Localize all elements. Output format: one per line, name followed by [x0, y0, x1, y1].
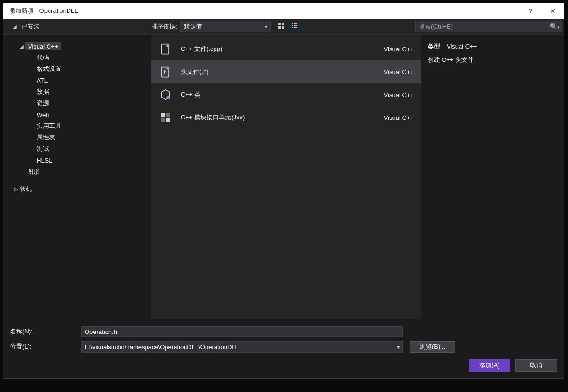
template-list: ++C++ 文件(.cpp)Visual C++h++头文件(.h)Visual…: [151, 35, 421, 319]
view-list-button[interactable]: [289, 21, 300, 32]
svg-text:++: ++: [167, 97, 170, 99]
template-icon: ++: [158, 41, 173, 57]
template-icon: h++: [158, 64, 173, 79]
tree-item[interactable]: 测试: [35, 143, 151, 155]
template-row[interactable]: ++C++ 文件(.cpp)Visual C++: [151, 38, 421, 60]
chevron-down-icon: ◢: [19, 44, 25, 49]
top-controls: ◢ 已安装 排序依据: 默认值 ▾ 🔍▾: [3, 19, 564, 35]
template-name: C++ 文件(.cpp): [181, 45, 384, 53]
close-button[interactable]: ✕: [542, 3, 564, 19]
search-icon: 🔍▾: [550, 23, 560, 30]
template-lang: Visual C++: [384, 114, 414, 121]
tree-label: Web: [37, 111, 49, 118]
svg-text:++: ++: [167, 45, 170, 47]
tree-label: HLSL: [37, 157, 52, 164]
svg-rect-1: [282, 23, 284, 25]
sort-label: 排序依据:: [151, 22, 177, 31]
template-lang: Visual C++: [384, 69, 414, 76]
svg-rect-22: [161, 118, 165, 122]
tree-label: 联机: [20, 185, 32, 193]
chevron-down-icon: ◢: [13, 24, 20, 29]
tree-item[interactable]: HLSL: [35, 155, 151, 166]
tree-label: Visual C++: [25, 42, 61, 50]
browse-button[interactable]: 浏览(B)...: [410, 341, 455, 353]
add-new-item-dialog: 添加新项 - OperationDLL ? ✕ ◢ 已安装 排序依据: 默认值 …: [3, 3, 564, 379]
sort-select[interactable]: 默认值 ▾: [180, 21, 271, 32]
chevron-right-icon: ▷: [13, 186, 20, 192]
main-area: ◢ Visual C++ 代码格式设置ATL数据资源Web实用工具属性表测试HL…: [3, 35, 564, 319]
tree-label: 格式设置: [37, 65, 61, 73]
detail-type-value: Visual C++: [447, 43, 477, 50]
detail-description: 创建 C++ 头文件: [428, 56, 557, 64]
grid-icon: [278, 22, 284, 30]
svg-rect-23: [166, 118, 170, 122]
template-icon: [158, 110, 173, 125]
svg-rect-4: [292, 23, 293, 24]
tree-label: 代码: [37, 53, 49, 62]
template-lang: Visual C++: [384, 46, 414, 53]
svg-text:++: ++: [167, 68, 170, 70]
tree-item-online[interactable]: ▷ 联机: [11, 183, 151, 195]
search-button[interactable]: 🔍▾: [548, 21, 562, 32]
tree-item[interactable]: 数据: [35, 86, 151, 98]
titlebar: 添加新项 - OperationDLL ? ✕: [3, 3, 564, 19]
tree-label: 属性表: [37, 133, 55, 142]
detail-pane: 类型: Visual C++ 创建 C++ 头文件: [421, 35, 564, 319]
location-combo[interactable]: ▾: [81, 341, 403, 353]
template-lang: Visual C++: [384, 91, 414, 98]
tree-item[interactable]: 实用工具: [35, 120, 151, 132]
chevron-down-icon: ▾: [265, 24, 267, 29]
template-row[interactable]: ++C++ 类Visual C++: [151, 83, 421, 106]
tree-item[interactable]: 资源: [35, 98, 151, 109]
template-row[interactable]: h++头文件(.h)Visual C++: [151, 60, 421, 83]
location-input[interactable]: [82, 343, 394, 351]
name-label: 名称(N):: [10, 327, 81, 336]
svg-rect-2: [278, 26, 281, 29]
tree-label: 测试: [37, 145, 49, 153]
template-name: C++ 模块接口单元(.ixx): [181, 113, 384, 122]
tree-label: 资源: [37, 99, 49, 108]
template-row[interactable]: C++ 模块接口单元(.ixx)Visual C++: [151, 106, 421, 129]
titlebar-title: 添加新项 - OperationDLL: [9, 7, 520, 15]
location-label: 位置(L):: [10, 343, 81, 351]
tree-item[interactable]: ATL: [35, 75, 151, 86]
tree-item-graphics[interactable]: 图形: [11, 166, 151, 177]
tree-item[interactable]: 代码: [35, 52, 151, 63]
svg-rect-8: [292, 27, 293, 28]
add-button[interactable]: 添加(A): [469, 359, 510, 372]
tree-item[interactable]: Web: [35, 109, 151, 120]
tree-item[interactable]: 属性表: [35, 132, 151, 143]
list-icon: [291, 22, 298, 30]
svg-rect-6: [292, 25, 293, 26]
sort-value: 默认值: [184, 22, 202, 31]
svg-rect-9: [294, 27, 297, 28]
svg-rect-7: [294, 25, 297, 26]
name-input[interactable]: [81, 326, 403, 337]
tree-label: 实用工具: [37, 122, 61, 130]
chevron-down-icon[interactable]: ▾: [394, 343, 402, 351]
view-grid-button[interactable]: [275, 21, 287, 32]
detail-type-label: 类型:: [428, 43, 442, 50]
svg-rect-3: [282, 26, 284, 29]
tree-label: ATL: [37, 77, 48, 84]
template-icon: ++: [158, 87, 173, 102]
svg-text:h: h: [164, 69, 166, 75]
tree-label: 数据: [37, 88, 49, 96]
cancel-button[interactable]: 取消: [515, 359, 557, 372]
svg-rect-0: [278, 23, 281, 25]
help-button[interactable]: ?: [520, 3, 542, 19]
tree-item[interactable]: 格式设置: [35, 63, 151, 75]
template-name: C++ 类: [181, 90, 384, 99]
tree-item-visual-cpp[interactable]: ◢ Visual C++: [11, 40, 151, 52]
bottom-form: 名称(N): 位置(L): ▾ 浏览(B)... 添加(A) 取消: [3, 319, 564, 378]
svg-rect-5: [294, 23, 297, 24]
search-input[interactable]: [415, 21, 548, 32]
category-tree: ◢ Visual C++ 代码格式设置ATL数据资源Web实用工具属性表测试HL…: [3, 35, 151, 319]
svg-rect-21: [166, 113, 170, 117]
template-name: 头文件(.h): [181, 68, 384, 76]
tree-label: 图形: [27, 167, 39, 176]
installed-label[interactable]: 已安装: [21, 22, 40, 31]
close-icon: ✕: [550, 7, 556, 15]
svg-rect-20: [161, 113, 165, 117]
